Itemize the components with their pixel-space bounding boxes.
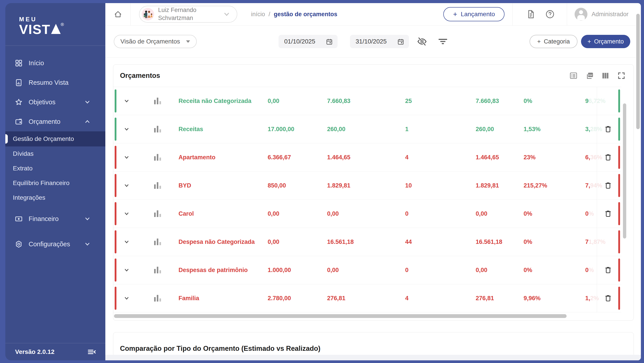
breadcrumb-separator: /: [268, 11, 270, 18]
row-actions: [597, 200, 622, 228]
delete-button[interactable]: [604, 209, 612, 218]
home-icon: [113, 10, 123, 19]
sidebar-item-label: Início: [28, 60, 44, 67]
delete-button[interactable]: [604, 266, 612, 274]
columns-view-icon[interactable]: [601, 72, 610, 80]
bar-chart-icon[interactable]: [154, 210, 161, 217]
add-category-button[interactable]: + Categoria: [530, 35, 578, 48]
bar-chart-icon[interactable]: [154, 154, 161, 161]
sidebar-item-configuracoes[interactable]: Configurações: [5, 234, 105, 254]
percent-value: 0%: [524, 238, 532, 245]
user-selector[interactable]: Luiz Fernando Schvartzman: [139, 6, 237, 23]
list-view-icon[interactable]: [569, 72, 578, 80]
bar-chart-icon[interactable]: [154, 238, 161, 245]
row-color-bar-right: [618, 202, 620, 225]
category-name[interactable]: Carol: [178, 210, 194, 217]
table-scrollbar-thumb[interactable]: [623, 103, 626, 238]
category-name[interactable]: Familia: [178, 295, 199, 302]
percent-value: 215,27%: [524, 182, 547, 189]
row-color-bar-right: [618, 146, 620, 169]
collapse-sidebar-icon[interactable]: [87, 347, 96, 356]
table-row[interactable]: Carol 0,00 0,00 0 0,00 0% 0%: [113, 200, 622, 228]
table-row[interactable]: Receita não Categorizada 0,00 7.660,83 2…: [113, 87, 622, 115]
delete-button[interactable]: [604, 125, 612, 134]
filter-icon[interactable]: [438, 36, 448, 47]
table-row[interactable]: Despesas de patrimônio 1.000,00 0,00 0 0…: [113, 256, 622, 284]
sidebar-item-extrato[interactable]: Extrato: [5, 161, 105, 176]
sidebar-item-integracoes[interactable]: Integrações: [5, 190, 105, 205]
sidebar-item-financeiro[interactable]: Financeiro: [5, 209, 105, 229]
add-category-label: Categoria: [544, 38, 570, 45]
expand-row-chevron-icon[interactable]: [123, 154, 130, 161]
bar-chart-icon[interactable]: [154, 182, 161, 189]
chevron-down-icon: [84, 215, 91, 222]
new-entry-button[interactable]: + Lançamento: [443, 7, 504, 21]
table-row[interactable]: Receitas 17.000,00 260,00 1 260,00 1,53%…: [113, 115, 622, 143]
horizontal-scrollbar-thumb[interactable]: [114, 314, 566, 318]
estimado-value: 17.000,00: [268, 126, 294, 133]
top-header: Luiz Fernando Schvartzman início / gestã…: [105, 3, 641, 26]
category-name[interactable]: Receitas: [178, 126, 203, 133]
export-pdf-icon[interactable]: PDF: [585, 72, 594, 80]
date-from-field[interactable]: 01/10/2025: [278, 35, 338, 48]
sidebar-item-equilibrio-financeiro[interactable]: Equilíbrio Financeiro: [5, 176, 105, 190]
table-row[interactable]: BYD 850,00 1.829,81 10 1.829,81 215,27% …: [113, 172, 622, 200]
bar-chart-icon[interactable]: [154, 98, 161, 104]
bar-chart-icon[interactable]: [154, 295, 161, 301]
avatar[interactable]: [574, 8, 588, 21]
realizado-total-value: 276,81: [476, 295, 494, 302]
expand-row-chevron-icon[interactable]: [123, 126, 130, 133]
date-to-value: 31/10/2025: [356, 38, 387, 45]
sidebar-item-orcamento[interactable]: Orçamento: [5, 112, 105, 131]
delete-button[interactable]: [604, 153, 612, 162]
estimado-value: 0,00: [268, 98, 280, 105]
category-name[interactable]: BYD: [178, 182, 191, 189]
user-name-line2: Schvartzman: [158, 15, 193, 21]
view-select[interactable]: Visão de Orçamentos: [114, 35, 197, 48]
date-to-field[interactable]: 31/10/2025: [350, 35, 409, 48]
table-row[interactable]: Familia 2.780,00 276,81 4 276,81 9,96% 1…: [113, 284, 622, 312]
category-name[interactable]: Despesa não Categorizada: [178, 238, 255, 245]
lancamentos-count: 0: [405, 210, 408, 217]
expand-row-chevron-icon[interactable]: [123, 266, 130, 274]
table-row[interactable]: Apartamento 6.366,67 1.464,65 4 1.464,65…: [113, 143, 622, 172]
row-color-bar: [115, 89, 116, 113]
app-window: MEU VIST® Início Resumo Vista: [5, 3, 641, 360]
budgets-card-header: Orçamentos PDF: [113, 65, 634, 87]
bar-chart-icon[interactable]: [154, 126, 161, 132]
realizado-value: 260,00: [327, 126, 346, 133]
category-name[interactable]: Receita não Categorizada: [178, 98, 252, 105]
dashboard-grid-icon: [15, 59, 23, 67]
home-button[interactable]: [105, 10, 130, 19]
expand-row-chevron-icon[interactable]: [123, 210, 130, 217]
sidebar-menu: Início Resumo Vista Objetivos Orçament: [5, 46, 105, 254]
hide-values-icon[interactable]: [417, 36, 427, 47]
notes-document-icon[interactable]: [526, 9, 536, 19]
sidebar-item-resumo-vista[interactable]: Resumo Vista: [5, 73, 105, 92]
fullscreen-icon[interactable]: [617, 72, 626, 80]
page-scrollbar-thumb[interactable]: [636, 14, 640, 129]
expand-row-chevron-icon[interactable]: [123, 182, 130, 189]
table-row[interactable]: Despesa não Categorizada 0,00 16.561,18 …: [113, 228, 622, 256]
add-budget-button[interactable]: + Orçamento: [581, 35, 630, 48]
breadcrumb-home-link[interactable]: início: [251, 11, 265, 18]
app-version: Versão 2.0.12: [15, 348, 54, 355]
expand-row-chevron-icon[interactable]: [123, 238, 130, 245]
lancamentos-count: 10: [405, 182, 412, 189]
new-entry-label: Lançamento: [461, 11, 495, 18]
expand-row-chevron-icon[interactable]: [123, 295, 130, 302]
delete-button[interactable]: [604, 181, 612, 190]
expand-row-chevron-icon[interactable]: [123, 97, 130, 105]
category-name[interactable]: Despesas de patrimônio: [178, 267, 248, 274]
sidebar-item-dividas[interactable]: Dívidas: [5, 146, 105, 161]
category-name[interactable]: Apartamento: [178, 154, 216, 161]
help-icon[interactable]: [545, 9, 555, 19]
delete-button[interactable]: [604, 294, 612, 303]
sidebar-item-inicio[interactable]: Início: [5, 53, 105, 73]
bar-chart-icon[interactable]: [154, 267, 161, 273]
lancamentos-count: 4: [405, 154, 408, 161]
sidebar-item-objetivos[interactable]: Objetivos: [5, 92, 105, 112]
percent-value: 0%: [524, 98, 532, 105]
sidebar-item-gestao-de-orcamento[interactable]: Gestão de Orçamento: [5, 131, 105, 146]
realizado-value: 16.561,18: [327, 238, 354, 245]
